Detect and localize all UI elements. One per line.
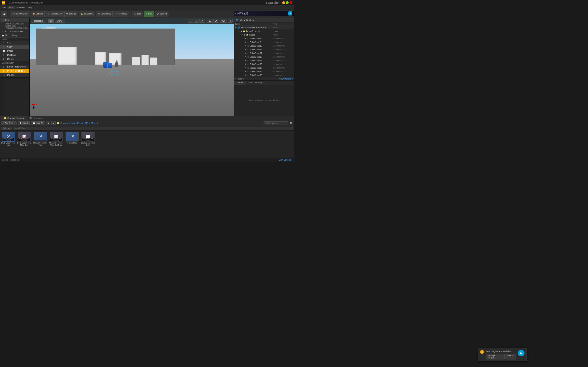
- eye-icon-cube10: 👁: [245, 45, 247, 47]
- bottom-tabs-bar: 📁 Content Browser 🎬 Sequencer: [0, 116, 294, 120]
- asset-motion-ctrl[interactable]: 🗺 Motion ControllerMap: [33, 132, 47, 157]
- mesh-icon-10: ◻: [247, 45, 249, 47]
- tab-details[interactable]: Details: [234, 81, 246, 85]
- asset-thumb-startup: 🗺: [66, 132, 79, 142]
- outliner-item-cube14[interactable]: 👁 ◻ EditorCube14 StaticMeshActor: [234, 59, 294, 62]
- asset-startup-built[interactable]: 📊 Map Build Data Registry StartupMap_Bui…: [81, 132, 95, 157]
- vp-angle[interactable]: 10: [213, 19, 219, 23]
- menu-window[interactable]: Window: [15, 6, 26, 9]
- view-options-btn[interactable]: View Options ▾: [279, 159, 292, 161]
- vp-translate[interactable]: ↔: [188, 19, 193, 23]
- outliner-footer: 43 actors View Options ▾: [234, 77, 294, 80]
- asset-startup[interactable]: 🗺 StartupMap: [65, 132, 79, 157]
- vp-show[interactable]: Show ▾: [55, 19, 65, 23]
- vp-rotate[interactable]: ↻: [194, 19, 199, 23]
- asset-hmd-locomotion[interactable]: 🗺 Map Build Data Registry HMD Locomotion…: [1, 132, 16, 157]
- history-item-redo[interactable]: ↪ Redo (Nothing to redo) Ctrl+Y: [0, 30, 30, 33]
- toolbar-vrmode[interactable]: 👓 VR Mode: [113, 11, 129, 17]
- eye-icon: 👁: [235, 26, 238, 29]
- cb-path-maps[interactable]: Maps: [91, 122, 96, 124]
- vp-scale-snap[interactable]: 0.25: [220, 19, 227, 23]
- edit-copy[interactable]: ⎘ Copy Ctrl+C: [0, 45, 30, 49]
- bili-area: CG学习笔记 B: [234, 11, 294, 16]
- asset-badge-startup-built: Map Build Data Registry: [82, 138, 94, 141]
- cb-search-input[interactable]: [264, 121, 288, 125]
- cube-sm-2: [141, 55, 149, 65]
- outliner-item-cube18[interactable]: 👁 ◻ EditorCube18 StaticMeshActor: [234, 73, 294, 77]
- toolbar-launch[interactable]: 🚀 Launch: [155, 11, 169, 17]
- viewport[interactable]: Perspective Lit Show ▾ ↔ ↻ ⤢ 10 10 0.25 …: [30, 18, 234, 116]
- asset-motion-built[interactable]: 📊 Map Build Data Registry Motion Control…: [49, 132, 63, 157]
- outliner-item-cube8[interactable]: 👁 ◻ EditorCube8 StaticMeshActor: [234, 37, 294, 40]
- toolbar-blueprints[interactable]: 📐 Blueprints: [79, 11, 95, 17]
- cb-search-icon[interactable]: 🔍: [290, 122, 293, 125]
- cb-save-all[interactable]: 💾 Save All: [31, 121, 45, 125]
- toolbar-settings[interactable]: ⚙ Settings: [64, 11, 78, 17]
- asset-thumb-motion: 🗺: [34, 132, 47, 142]
- cb-nav-forward[interactable]: ▶: [52, 121, 56, 125]
- vp-perspective[interactable]: Perspective: [31, 19, 45, 23]
- player-model-2: [108, 63, 112, 68]
- cb-add-new[interactable]: + Add New ▾: [1, 121, 17, 125]
- cb-import[interactable]: ⬆ Import: [18, 121, 29, 125]
- asset-badge-motion: [34, 141, 46, 141]
- cb-path-vrbp[interactable]: VirtualRealityBP: [71, 122, 87, 124]
- tab-world-settings[interactable]: World Settings: [246, 81, 266, 85]
- outliner-item-cube10[interactable]: 👁 ◻ EditorCube10 StaticMeshActor: [234, 44, 294, 48]
- toolbar-cinematics[interactable]: 🎬 Cinematics: [96, 11, 113, 17]
- asset-hmd-built[interactable]: 📊 Map Build Data Registry HMD Locomotion…: [17, 132, 31, 157]
- build-icon: 🔨: [134, 13, 136, 15]
- cb-path-content[interactable]: Content: [61, 122, 68, 124]
- maximize-button[interactable]: [286, 1, 289, 4]
- cb-nav-back[interactable]: ◀: [46, 121, 50, 125]
- cb-toolbar: + Add New ▾ ⬆ Import 💾 Save All ◀ ▶ 📁 Co…: [0, 120, 294, 126]
- motion-line-1: [79, 69, 132, 69]
- project-settings[interactable]: ⚙ Project Settings...: [0, 69, 30, 73]
- outliner-item-cubes[interactable]: 👁 ▶ 📁 Cubes Folder: [234, 33, 294, 37]
- edit-delete[interactable]: 🗑 Delete Delete: [0, 57, 30, 61]
- history-item-undo[interactable]: ↩ Undo (Can't undo after: Loading map: H…: [0, 22, 30, 30]
- left-panel: P 🖌 🏔 🌿 ◇ All Classes ■ Cube ℹ ● Sphere …: [0, 18, 30, 116]
- editor-preferences[interactable]: ⚙ Editor Preferences...: [0, 65, 30, 69]
- toolbar-marketplace[interactable]: 🛒 Marketplace: [45, 11, 63, 17]
- vp-grid[interactable]: 10: [207, 19, 213, 23]
- history-undo-history[interactable]: 📋 Undo History: [0, 33, 30, 37]
- tab-content-browser[interactable]: 📁 Content Browser: [1, 117, 27, 120]
- outliner-item-arena[interactable]: 👁 ▶ 📁 ArenaGeometry Folder: [234, 29, 294, 33]
- viewport-ground: [30, 59, 234, 116]
- tab-sequencer[interactable]: 🎬 Sequencer: [27, 117, 46, 120]
- toolbar-play[interactable]: ▶ Play: [144, 11, 154, 17]
- toolbar-build[interactable]: 🔨 Build: [132, 11, 143, 17]
- outliner-item-cube15[interactable]: 👁 ◻ EditorCube15 StaticMeshActor: [234, 62, 294, 66]
- plugins[interactable]: 🔌 Plugins: [0, 73, 30, 77]
- edit-duplicate[interactable]: ⧉ Duplicate Ctrl+W: [0, 53, 30, 57]
- outliner-item-cube9[interactable]: 👁 ◻ EditorCube9 StaticMeshActor: [234, 40, 294, 44]
- outliner-item-cube11[interactable]: 👁 ◻ EditorCube11 StaticMeshActor: [234, 48, 294, 51]
- menu-help[interactable]: Help: [26, 6, 34, 9]
- toolbar-source-control[interactable]: ⟳ Source Control: [10, 11, 30, 17]
- cb-filter-input[interactable]: [13, 127, 293, 130]
- cinematics-icon: 🎬: [98, 13, 100, 15]
- paste-icon: 📋: [3, 50, 6, 52]
- toolbar-save-btn[interactable]: 💾: [1, 11, 7, 17]
- toolbar-content[interactable]: 📦 Content: [31, 11, 45, 17]
- menu-edit[interactable]: Edit: [8, 6, 15, 9]
- menu-bar: File Edit Window Help: [0, 5, 294, 10]
- outliner-item-cube16[interactable]: 👁 ◻ EditorCube16 StaticMeshActor: [234, 66, 294, 70]
- outliner-item-cube13[interactable]: 👁 ◻ EditorCube13 StaticMeshActor: [234, 55, 294, 59]
- outliner-item-cube17[interactable]: 👁 ◻ EditorCube17 StaticMeshActor: [234, 70, 294, 73]
- copy-icon: ⎘: [3, 46, 6, 48]
- menu-file[interactable]: File: [1, 6, 8, 9]
- minimize-button[interactable]: [282, 1, 285, 4]
- cb-filters-btn[interactable]: Filters ▾: [1, 127, 12, 130]
- eye-icon-cube13: 👁: [245, 56, 247, 58]
- outliner-item-cube12[interactable]: 👁 ◻ EditorCube12 StaticMeshActor: [234, 51, 294, 55]
- close-button[interactable]: [290, 1, 292, 4]
- vp-scale[interactable]: ⤢: [199, 19, 205, 23]
- vp-cameras[interactable]: 4: [228, 19, 233, 23]
- edit-paste[interactable]: 📋 Paste Ctrl+V: [0, 49, 30, 53]
- edit-cut[interactable]: ✂ Cut Ctrl+X: [0, 41, 30, 45]
- outliner-item-world[interactable]: 👁 🌐 HMDLocomotionMap (Editor) World: [234, 26, 294, 29]
- vp-lit[interactable]: Lit: [48, 19, 54, 23]
- content-browser-icon: 📁: [4, 117, 7, 119]
